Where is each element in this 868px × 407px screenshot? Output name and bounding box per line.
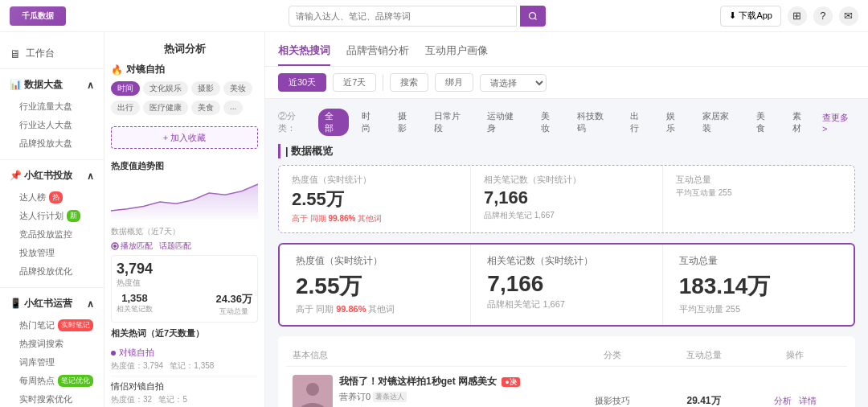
cat-item-daily[interactable]: 日常片段 (428, 109, 474, 136)
trend-title: 热度值趋势图 (111, 160, 258, 172)
svg-point-3 (113, 245, 117, 248)
author-badge: 薯条达人 (373, 392, 407, 402)
cat-item-photo[interactable]: 摄影 (391, 109, 421, 136)
launch-label: 📌 小红书投放 (10, 169, 72, 183)
tags-row-2: 出行 医疗健康 美食 ... (111, 101, 258, 115)
big-stat-heat: 热度值（实时统计） 2.55万 高于 同期 99.86% 其他词 (280, 245, 471, 325)
logo: 千瓜数据 (10, 6, 114, 26)
email-icon[interactable]: ✉ (839, 6, 858, 26)
tag-makeup[interactable]: 美妆 (223, 81, 252, 96)
sidebar-item-hot-notes[interactable]: 热门笔记 实时笔记 (0, 316, 104, 335)
filter-select[interactable]: 请选择 (480, 74, 547, 92)
logo-text: 千瓜数据 (22, 10, 54, 22)
cat-item-material[interactable]: 素材 (786, 109, 816, 136)
sidebar-item-hot-search[interactable]: 热搜词搜索 (0, 335, 104, 353)
data-pool-label: 📊 数据大盘 (10, 78, 63, 92)
sidebar-item-competitor-monitor[interactable]: 竞品投放监控 (0, 225, 104, 244)
sidebar-item-kol-plan[interactable]: 达人行计划 新 (0, 207, 104, 225)
data-overview-box: 3,794 热度值 1,358 相关笔记数 24.36万 互动总量 (111, 255, 258, 323)
tab-related-search[interactable]: 相关热搜词 (278, 39, 330, 66)
tab-brand-marketing[interactable]: 品牌营销分析 (346, 39, 409, 66)
analysis-link[interactable]: 分析 (774, 396, 792, 405)
sidebar-sub-launch: 达人榜 热 达人行计划 新 竞品投放监控 投放管理 品牌投放优化 (0, 187, 104, 284)
sidebar-item-brand-launch[interactable]: 品牌投放大盘 (0, 134, 104, 153)
cat-item-travel[interactable]: 出行 (624, 109, 653, 136)
tag-photo[interactable]: 摄影 (191, 81, 220, 96)
cat-item-tech[interactable]: 科技数码 (571, 109, 617, 136)
grid-icon[interactable]: ⊞ (788, 6, 807, 26)
tr-title: 我悟了！对镜这样拍1秒get 网感美女 ●决 (339, 375, 567, 388)
hot-list-item[interactable]: 情侣对镜自拍 热度值：32 笔记：5 (111, 376, 258, 407)
tab-user-portrait[interactable]: 互动用户画像 (425, 39, 488, 66)
sidebar-item-word-lib[interactable]: 词库管理 (0, 353, 104, 372)
sidebar-group-launch-title[interactable]: 📌 小红书投放 ∧ (0, 165, 104, 187)
filter-row: 近30天 近7天 搜索 绑月 请选择 (265, 67, 868, 99)
hot-item-name-1: 情侣对镜自拍 (111, 380, 258, 393)
big-stat-notes: 相关笔记数（实时统计） 7,166 品牌相关笔记 1,667 (471, 245, 662, 325)
header-right: ⬇ 下载App ⊞ ? ✉ (720, 6, 858, 27)
tab-play-match[interactable]: 播放匹配 (111, 240, 153, 252)
th-info: 基本信息 (293, 349, 567, 361)
cat-item-fashion[interactable]: 时尚 (355, 109, 385, 136)
filter-7days[interactable]: 近7天 (333, 73, 376, 92)
filter-search[interactable]: 搜索 (390, 73, 428, 92)
dc-value-notes: 7,166 (484, 187, 649, 208)
search-input[interactable] (289, 6, 517, 27)
filter-30days[interactable]: 近30天 (278, 73, 326, 92)
filter-monthly[interactable]: 绑月 (435, 73, 473, 92)
sidebar-group-data-title[interactable]: 📊 数据大盘 ∧ (0, 74, 104, 96)
mid-panel-title: 热词分析 (111, 39, 258, 63)
cat-item-food[interactable]: 美食 (750, 109, 780, 136)
tr-category: 摄影技巧 (567, 395, 658, 407)
bs-sub2-interact: 平均互动量 255 (679, 303, 837, 315)
detail-link[interactable]: 详情 (799, 396, 817, 405)
tab-topic-match[interactable]: 话题匹配 (159, 240, 191, 252)
sidebar-item-brand-optimize[interactable]: 品牌投放优化 (0, 262, 104, 281)
svg-line-1 (535, 18, 537, 19)
hot-item-meta-1: 热度值：32 笔记：5 (111, 394, 258, 405)
sidebar-item-realtime-optimize[interactable]: 实时搜索优化 (0, 390, 104, 407)
data-tabs: 播放匹配 话题匹配 (111, 240, 258, 252)
sidebar-group-launch: 📌 小红书投放 ∧ 达人榜 热 达人行计划 新 竞品投放监控 投放管理 品牌投放… (0, 162, 104, 288)
sidebar-item-industry-kol[interactable]: 行业达人大盘 (0, 116, 104, 134)
help-icon[interactable]: ? (813, 6, 833, 26)
bs-title-interact: 互动总量 (679, 254, 837, 268)
cat-item-all[interactable]: 全部 (318, 109, 348, 136)
trend-chart (111, 175, 258, 220)
sidebar-group-workspace: 🖥 工作台 (0, 39, 104, 69)
new-badge: 新 (67, 210, 80, 222)
tag-more[interactable]: ... (223, 101, 243, 115)
bs-title-notes: 相关笔记数（实时统计） (487, 254, 645, 268)
data-card-heat: 热度值（实时统计） 2.55万 高于 同期 99.86% 其他词 (279, 166, 471, 232)
tag-time[interactable]: 时间 (111, 81, 140, 96)
sidebar-group-ops-title[interactable]: 📱 小红书运营 ∧ (0, 293, 104, 314)
cat-item-makeup[interactable]: 美妆 (534, 109, 564, 136)
search-button[interactable] (520, 6, 546, 27)
cat-more-link[interactable]: 查更多 > (822, 112, 855, 134)
sidebar-item-kol-rank[interactable]: 达人榜 热 (0, 188, 104, 207)
add-to-favorites-button[interactable]: + 加入收藏 (111, 126, 258, 149)
download-app-button[interactable]: ⬇ 下载App (720, 6, 781, 27)
mirror-keyword: 对镜自拍 (126, 63, 165, 76)
realtime-badge: 实时笔记 (58, 319, 93, 331)
header: 千瓜数据 ⬇ 下载App ⊞ ? ✉ (0, 0, 868, 32)
tag-travel[interactable]: 出行 (111, 101, 140, 115)
bs-value-notes: 7,166 (487, 271, 645, 297)
sidebar: 🖥 工作台 📊 数据大盘 ∧ 行业流量大盘 行业达人大盘 品牌投放大盘 📌 小红… (0, 32, 104, 407)
sidebar-item-launch-manage[interactable]: 投放管理 (0, 244, 104, 262)
collapse-icon-2: ∧ (87, 171, 94, 182)
fire-icon: 🔥 (111, 64, 123, 76)
cat-item-home[interactable]: 家居家装 (696, 109, 743, 136)
cat-item-sports[interactable]: 运动健身 (481, 109, 527, 136)
sidebar-item-weekly-hot[interactable]: 每周热点 笔记优化 (0, 372, 104, 390)
tag-health[interactable]: 医疗健康 (143, 101, 188, 115)
bs-value-heat: 2.55万 (296, 271, 454, 302)
sidebar-item-industry-flow[interactable]: 行业流量大盘 (0, 97, 104, 116)
heat-sub-label: 热度值 (117, 278, 252, 289)
tag-culture[interactable]: 文化娱乐 (143, 81, 188, 96)
sidebar-item-workspace[interactable]: 🖥 工作台 (0, 42, 104, 65)
cat-item-entertainment[interactable]: 娱乐 (660, 109, 690, 136)
workspace-icon: 🖥 (10, 47, 21, 60)
tag-food[interactable]: 美食 (191, 101, 220, 115)
hot-list-item[interactable]: 对镜自拍 热度值：3,794 笔记：1,358 (111, 343, 258, 376)
